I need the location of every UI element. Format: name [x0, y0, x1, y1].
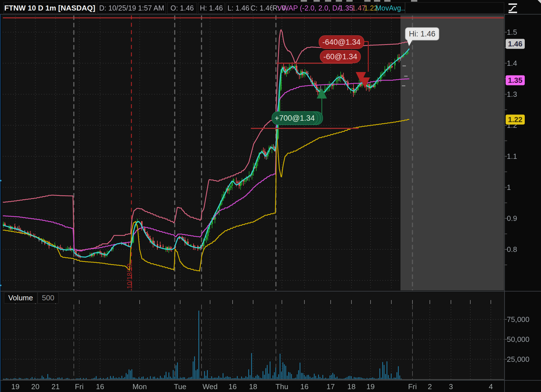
time-tick-label-thu: Thu: [276, 382, 288, 391]
header-cell-10[interactable]: MovAvg...: [377, 2, 405, 14]
time-tick-label-4: 4: [489, 382, 493, 391]
price-chart-canvas[interactable]: [0, 0, 541, 392]
price-badge-1.35: 1.35: [506, 75, 525, 85]
volume-tick-label: 50,000: [507, 335, 530, 344]
time-tick-label-2: 2: [428, 382, 432, 391]
trade-bubble-buy[interactable]: +700@1.34: [272, 111, 318, 125]
time-tick-label-20: 20: [31, 382, 40, 391]
volume-tick-label: 75,000: [507, 315, 530, 324]
time-tick-label-16: 16: [300, 382, 309, 391]
time-tick-label-19: 19: [367, 382, 375, 391]
header-cell-8[interactable]: 1.47: [353, 2, 365, 14]
price-tick-label: 0.9: [507, 214, 517, 223]
symbol-title[interactable]: FTNW 10 D 1m [NASDAQ]: [3, 2, 96, 14]
time-tick-label-21: 21: [52, 382, 60, 391]
price-tick-label: 1.3: [507, 90, 517, 99]
time-tick-label-19: 19: [11, 382, 20, 391]
header-cell-0[interactable]: D: 10/25/19 1:57 AM: [97, 2, 166, 14]
header-cell-2[interactable]: H: 1.46: [198, 2, 225, 14]
time-tick-label-wed: Wed: [203, 382, 218, 391]
price-tick-label: 1: [507, 183, 511, 192]
time-tick-label-tue: Tue: [174, 382, 186, 391]
header-cell-3[interactable]: L: 1.46: [226, 2, 251, 14]
header-cell-7[interactable]: 1.35: [340, 2, 352, 14]
trade-bubble-sell[interactable]: -60@1.34: [320, 50, 361, 63]
volume-study-label[interactable]: Volume: [4, 292, 37, 303]
time-tick-label-fri: Fri: [408, 382, 417, 391]
price-tick-label: 1.1: [507, 152, 517, 161]
trading-chart-window: FTNW 10 D 1m [NASDAQ] D: 10/25/19 1:57 A…: [0, 0, 541, 392]
price-tick-label: 1.5: [507, 28, 517, 37]
price-tick-label: 1.4: [507, 59, 517, 68]
volume-study-param[interactable]: 500: [38, 292, 58, 303]
trade-bubble-sell[interactable]: -640@1.34: [319, 35, 364, 49]
time-tick-label-16: 16: [96, 382, 104, 391]
chart-style-icon[interactable]: [507, 3, 519, 15]
date-vline-label: 10/18/19: [126, 263, 134, 289]
time-tick-label-mon: Mon: [133, 382, 147, 391]
time-tick-label-16: 16: [229, 382, 237, 391]
header-cell-11[interactable]: [405, 2, 504, 14]
time-tick-label-17: 17: [327, 382, 335, 391]
header-cell-4[interactable]: C: 1.46: [252, 2, 272, 14]
header-cell-9[interactable]: 1.22: [365, 2, 377, 14]
time-tick-label-18: 18: [347, 382, 356, 391]
price-tick-label: 0.8: [507, 245, 517, 254]
window-corner-glyph: [538, 0, 541, 3]
price-badge-1.46: 1.46: [506, 39, 525, 49]
time-tick-label-18: 18: [249, 382, 257, 391]
header-cell-1[interactable]: O: 1.46: [167, 2, 197, 14]
high-callout-tail-icon: [407, 40, 412, 46]
volume-tick-label: 25,000: [507, 355, 530, 364]
time-tick-label-3: 3: [449, 382, 453, 391]
header-cell-6[interactable]: VWAP (-2.0, 2.0, DAY): [286, 2, 339, 14]
high-price-callout: Hi: 1.46: [405, 27, 439, 40]
time-tick-label-fri: Fri: [75, 382, 84, 391]
price-badge-1.22: 1.22: [506, 115, 525, 125]
